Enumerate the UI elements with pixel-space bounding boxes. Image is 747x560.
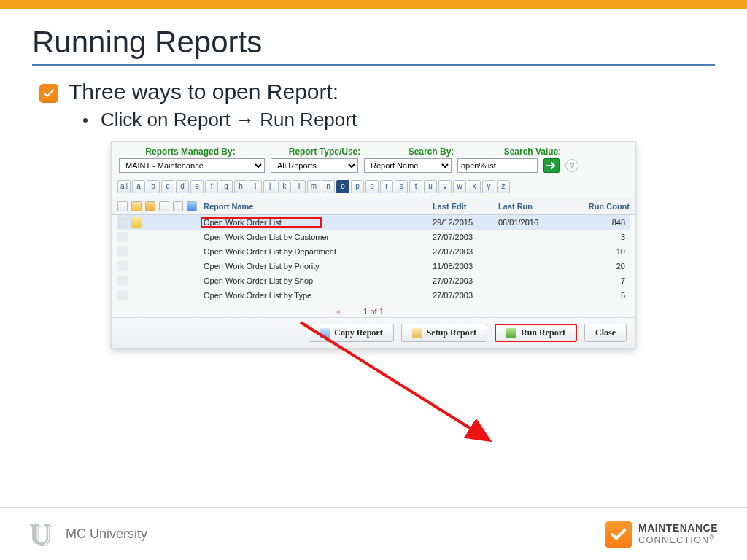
run-label: Run Report xyxy=(521,327,565,338)
alpha-j[interactable]: j xyxy=(263,180,276,193)
row-count: 3 xyxy=(564,233,630,241)
col-last-edit[interactable]: Last Edit xyxy=(433,202,498,211)
run-icon xyxy=(506,328,516,338)
row-count: 848 xyxy=(564,218,630,227)
new-icon[interactable] xyxy=(117,201,128,211)
slide-title: Running Reports xyxy=(32,25,715,60)
type-select[interactable]: All Reports xyxy=(271,158,358,173)
row-name: Open Work Order List by Type xyxy=(204,291,433,300)
alpha-filter-bar: allabcdefghijklmnopqrstuvwxyz xyxy=(112,179,635,198)
label-managed: Reports Managed By: xyxy=(119,147,262,157)
table-row[interactable]: Open Work Order List by Shop27/07/20037 xyxy=(117,273,630,288)
wifi-icon[interactable] xyxy=(187,201,197,211)
filter-labels: Reports Managed By: Report Type/Use: Sea… xyxy=(119,147,628,157)
footer-university: MC University xyxy=(66,526,147,542)
row-name: Open Work Order List by Priority xyxy=(204,262,433,271)
row-run: 06/01/2016 xyxy=(498,218,564,227)
brand-line2: CONNECTION xyxy=(638,535,709,546)
find-icon[interactable] xyxy=(131,201,142,211)
alpha-v[interactable]: v xyxy=(438,180,452,193)
col-last-run[interactable]: Last Run xyxy=(498,202,564,211)
alpha-q[interactable]: q xyxy=(365,180,379,193)
bullet-dot xyxy=(83,118,88,122)
alpha-a[interactable]: a xyxy=(132,180,145,193)
alpha-o[interactable]: o xyxy=(336,180,349,193)
row-count: 10 xyxy=(564,247,630,256)
folder-icon[interactable] xyxy=(145,201,155,211)
table-row[interactable]: Open Work Order List29/12/201506/01/2016… xyxy=(117,215,630,230)
alpha-f[interactable]: f xyxy=(205,180,218,193)
row-edit: 27/07/2003 xyxy=(433,276,498,285)
copy-icon xyxy=(320,328,330,338)
alpha-i[interactable]: i xyxy=(249,180,262,193)
alpha-x[interactable]: x xyxy=(468,180,481,193)
reporter-window: Reports Managed By: Report Type/Use: Sea… xyxy=(111,141,636,349)
alpha-p[interactable]: p xyxy=(351,180,364,193)
copy-label: Copy Report xyxy=(334,327,382,338)
col-report-name[interactable]: Report Name xyxy=(204,202,433,211)
alpha-t[interactable]: t xyxy=(409,180,422,193)
help-icon[interactable]: ? xyxy=(565,159,578,172)
table-row[interactable]: Open Work Order List by Department27/07/… xyxy=(117,244,630,259)
prev-page-icon[interactable]: ◄ xyxy=(333,307,341,316)
table-row[interactable]: Open Work Order List by Type27/07/20035 xyxy=(117,288,630,303)
managed-select[interactable]: MAINT - Maintenance xyxy=(119,158,265,173)
brand-line1: MAINTENANCE xyxy=(638,522,718,534)
label-type: Report Type/Use: xyxy=(279,147,370,157)
setup-report-button[interactable]: Setup Report xyxy=(401,324,487,342)
bullet-text: Three ways to open Report: xyxy=(69,79,338,104)
arrow-right-icon xyxy=(546,161,557,170)
alpha-n[interactable]: n xyxy=(322,180,335,193)
alpha-b[interactable]: b xyxy=(147,180,160,193)
setup-label: Setup Report xyxy=(427,327,476,338)
row-name: Open Work Order List by Customer xyxy=(204,233,433,241)
row-name: Open Work Order List xyxy=(204,218,433,227)
grid-body: Open Work Order List29/12/201506/01/2016… xyxy=(112,215,635,303)
alpha-e[interactable]: e xyxy=(190,180,204,193)
alpha-c[interactable]: c xyxy=(161,180,174,193)
alpha-d[interactable]: d xyxy=(176,180,189,193)
sub-bullet-text: Click on Report → Run Report xyxy=(101,109,357,131)
alpha-s[interactable]: s xyxy=(395,180,408,193)
alpha-g[interactable]: g xyxy=(220,180,233,193)
label-searchby: Search By: xyxy=(387,147,475,157)
pager: ◄ 1 of 1 ► xyxy=(112,303,635,317)
setup-icon xyxy=(412,328,422,338)
toolbar-icons xyxy=(117,201,204,211)
alpha-k[interactable]: k xyxy=(278,180,291,193)
alpha-m[interactable]: m xyxy=(307,180,320,193)
grid-header: Report Name Last Edit Last Run Run Count xyxy=(112,198,635,215)
row-count: 7 xyxy=(564,276,630,285)
row-edit: 27/07/2003 xyxy=(433,247,498,256)
grid-icon[interactable] xyxy=(173,201,183,211)
table-row[interactable]: Open Work Order List by Priority11/08/20… xyxy=(117,259,630,273)
run-report-button[interactable]: Run Report xyxy=(495,324,577,342)
alpha-r[interactable]: r xyxy=(380,180,393,193)
alpha-w[interactable]: w xyxy=(453,180,466,193)
alpha-l[interactable]: l xyxy=(293,180,306,193)
row-edit: 11/08/2003 xyxy=(433,262,498,271)
title-divider xyxy=(32,64,715,66)
close-button[interactable]: Close xyxy=(584,324,627,342)
alpha-all[interactable]: all xyxy=(117,180,131,193)
copy-report-button[interactable]: Copy Report xyxy=(309,324,393,342)
alpha-h[interactable]: h xyxy=(234,180,247,193)
alpha-u[interactable]: u xyxy=(424,180,437,193)
row-count: 20 xyxy=(564,262,630,271)
row-count: 5 xyxy=(564,291,630,300)
alpha-y[interactable]: y xyxy=(482,180,495,193)
table-row[interactable]: Open Work Order List by Customer27/07/20… xyxy=(117,230,630,244)
row-edit: 27/07/2003 xyxy=(433,291,498,300)
searchval-input[interactable] xyxy=(457,158,538,173)
accent-bar xyxy=(0,0,747,9)
alpha-z[interactable]: z xyxy=(497,180,510,193)
searchby-select[interactable]: Report Name xyxy=(364,158,452,173)
row-name: Open Work Order List by Shop xyxy=(204,276,433,285)
university-logo: U xyxy=(29,517,58,552)
footer: U MC University MAINTENANCE CONNECTION® xyxy=(0,508,747,560)
edit-icon[interactable] xyxy=(159,201,169,211)
pager-text: 1 of 1 xyxy=(363,307,384,316)
go-button[interactable] xyxy=(543,158,560,173)
row-name: Open Work Order List by Department xyxy=(204,247,433,256)
col-run-count[interactable]: Run Count xyxy=(564,202,630,211)
